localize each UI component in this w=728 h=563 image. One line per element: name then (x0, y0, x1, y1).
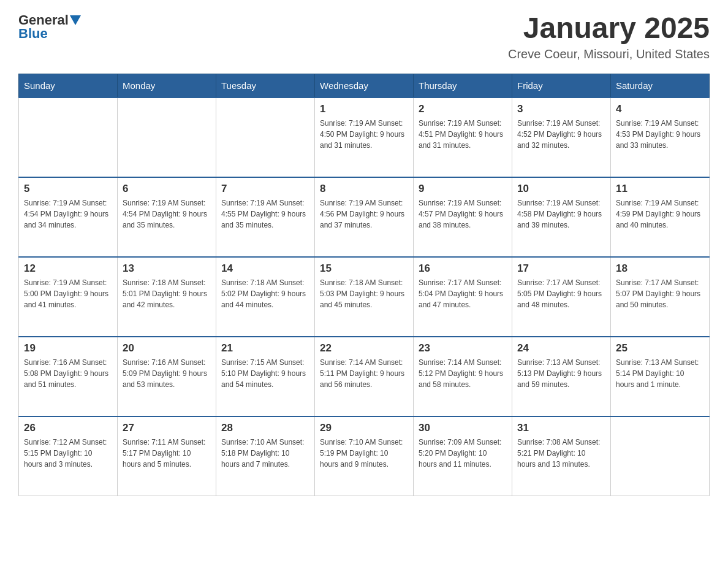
day-number: 25 (616, 342, 704, 354)
calendar-cell: 31Sunrise: 7:08 AM Sunset: 5:21 PM Dayli… (512, 416, 611, 496)
day-number: 5 (24, 183, 112, 195)
calendar-week-row: 5Sunrise: 7:19 AM Sunset: 4:54 PM Daylig… (19, 177, 710, 257)
logo: General Blue (18, 12, 81, 42)
day-info: Sunrise: 7:10 AM Sunset: 5:18 PM Dayligh… (221, 437, 309, 470)
calendar-cell: 17Sunrise: 7:17 AM Sunset: 5:05 PM Dayli… (512, 257, 611, 337)
day-info: Sunrise: 7:18 AM Sunset: 5:02 PM Dayligh… (221, 277, 309, 310)
calendar-week-row: 26Sunrise: 7:12 AM Sunset: 5:15 PM Dayli… (19, 416, 710, 496)
day-number: 24 (517, 342, 605, 354)
calendar-cell: 9Sunrise: 7:19 AM Sunset: 4:57 PM Daylig… (414, 177, 512, 257)
calendar-header-thursday: Thursday (414, 74, 512, 98)
day-number: 14 (221, 262, 309, 275)
calendar-header-sunday: Sunday (19, 74, 118, 98)
day-info: Sunrise: 7:14 AM Sunset: 5:11 PM Dayligh… (320, 357, 408, 390)
calendar-header-wednesday: Wednesday (315, 74, 414, 98)
calendar-cell: 27Sunrise: 7:11 AM Sunset: 5:17 PM Dayli… (118, 416, 216, 496)
calendar-week-row: 1Sunrise: 7:19 AM Sunset: 4:50 PM Daylig… (19, 98, 710, 177)
calendar-cell: 15Sunrise: 7:18 AM Sunset: 5:03 PM Dayli… (315, 257, 414, 337)
day-number: 2 (419, 103, 507, 115)
logo-arrow-icon (70, 15, 81, 26)
calendar-cell: 6Sunrise: 7:19 AM Sunset: 4:54 PM Daylig… (118, 177, 216, 257)
calendar-week-row: 12Sunrise: 7:19 AM Sunset: 5:00 PM Dayli… (19, 257, 710, 337)
day-number: 19 (24, 342, 112, 354)
day-info: Sunrise: 7:17 AM Sunset: 5:07 PM Dayligh… (616, 277, 704, 310)
day-number: 23 (419, 342, 507, 354)
day-info: Sunrise: 7:08 AM Sunset: 5:21 PM Dayligh… (517, 437, 605, 470)
calendar-cell: 25Sunrise: 7:13 AM Sunset: 5:14 PM Dayli… (611, 337, 710, 416)
calendar-cell: 19Sunrise: 7:16 AM Sunset: 5:08 PM Dayli… (19, 337, 118, 416)
day-info: Sunrise: 7:19 AM Sunset: 4:51 PM Dayligh… (419, 118, 507, 151)
title-section: January 2025 Creve Coeur, Missouri, Unit… (508, 12, 710, 61)
day-number: 29 (320, 422, 408, 434)
day-number: 7 (221, 183, 309, 195)
day-info: Sunrise: 7:19 AM Sunset: 4:58 PM Dayligh… (517, 197, 605, 231)
calendar-cell: 18Sunrise: 7:17 AM Sunset: 5:07 PM Dayli… (611, 257, 710, 337)
day-info: Sunrise: 7:19 AM Sunset: 5:00 PM Dayligh… (24, 277, 112, 310)
day-number: 9 (419, 183, 507, 195)
day-info: Sunrise: 7:13 AM Sunset: 5:13 PM Dayligh… (517, 357, 605, 390)
logo-blue: Blue (18, 26, 48, 42)
day-info: Sunrise: 7:19 AM Sunset: 4:54 PM Dayligh… (123, 197, 211, 231)
day-number: 8 (320, 183, 408, 195)
day-info: Sunrise: 7:14 AM Sunset: 5:12 PM Dayligh… (419, 357, 507, 390)
calendar-header-saturday: Saturday (611, 74, 710, 98)
calendar-cell: 26Sunrise: 7:12 AM Sunset: 5:15 PM Dayli… (19, 416, 118, 496)
day-number: 28 (221, 422, 309, 434)
calendar-cell: 16Sunrise: 7:17 AM Sunset: 5:04 PM Dayli… (414, 257, 512, 337)
calendar-cell (118, 98, 216, 177)
day-info: Sunrise: 7:19 AM Sunset: 4:59 PM Dayligh… (616, 197, 704, 231)
calendar-cell: 10Sunrise: 7:19 AM Sunset: 4:58 PM Dayli… (512, 177, 611, 257)
calendar-cell: 29Sunrise: 7:10 AM Sunset: 5:19 PM Dayli… (315, 416, 414, 496)
day-info: Sunrise: 7:19 AM Sunset: 4:55 PM Dayligh… (221, 197, 309, 231)
calendar-cell: 5Sunrise: 7:19 AM Sunset: 4:54 PM Daylig… (19, 177, 118, 257)
day-info: Sunrise: 7:16 AM Sunset: 5:08 PM Dayligh… (24, 357, 112, 390)
day-number: 21 (221, 342, 309, 354)
calendar-cell: 21Sunrise: 7:15 AM Sunset: 5:10 PM Dayli… (216, 337, 315, 416)
svg-marker-0 (70, 15, 81, 25)
day-info: Sunrise: 7:19 AM Sunset: 4:52 PM Dayligh… (517, 118, 605, 151)
calendar-cell: 12Sunrise: 7:19 AM Sunset: 5:00 PM Dayli… (19, 257, 118, 337)
day-info: Sunrise: 7:19 AM Sunset: 4:56 PM Dayligh… (320, 197, 408, 231)
calendar-cell: 8Sunrise: 7:19 AM Sunset: 4:56 PM Daylig… (315, 177, 414, 257)
day-info: Sunrise: 7:19 AM Sunset: 4:57 PM Dayligh… (419, 197, 507, 231)
day-number: 22 (320, 342, 408, 354)
day-number: 18 (616, 262, 704, 275)
day-number: 31 (517, 422, 605, 434)
day-info: Sunrise: 7:13 AM Sunset: 5:14 PM Dayligh… (616, 357, 704, 390)
calendar-cell: 13Sunrise: 7:18 AM Sunset: 5:01 PM Dayli… (118, 257, 216, 337)
day-number: 30 (419, 422, 507, 434)
page-header: General Blue January 2025 Creve Coeur, M… (18, 12, 710, 61)
day-number: 12 (24, 262, 112, 275)
day-number: 13 (123, 262, 211, 275)
calendar-cell: 11Sunrise: 7:19 AM Sunset: 4:59 PM Dayli… (611, 177, 710, 257)
day-number: 15 (320, 262, 408, 275)
day-number: 27 (123, 422, 211, 434)
calendar-cell (216, 98, 315, 177)
day-number: 3 (517, 103, 605, 115)
calendar-cell (19, 98, 118, 177)
subtitle: Creve Coeur, Missouri, United States (508, 47, 710, 61)
calendar-header-friday: Friday (512, 74, 611, 98)
calendar-header-tuesday: Tuesday (216, 74, 315, 98)
day-info: Sunrise: 7:18 AM Sunset: 5:03 PM Dayligh… (320, 277, 408, 310)
day-number: 6 (123, 183, 211, 195)
day-info: Sunrise: 7:10 AM Sunset: 5:19 PM Dayligh… (320, 437, 408, 470)
calendar-cell: 28Sunrise: 7:10 AM Sunset: 5:18 PM Dayli… (216, 416, 315, 496)
day-info: Sunrise: 7:11 AM Sunset: 5:17 PM Dayligh… (123, 437, 211, 470)
calendar-cell: 14Sunrise: 7:18 AM Sunset: 5:02 PM Dayli… (216, 257, 315, 337)
calendar-cell: 3Sunrise: 7:19 AM Sunset: 4:52 PM Daylig… (512, 98, 611, 177)
calendar-week-row: 19Sunrise: 7:16 AM Sunset: 5:08 PM Dayli… (19, 337, 710, 416)
calendar-cell: 24Sunrise: 7:13 AM Sunset: 5:13 PM Dayli… (512, 337, 611, 416)
calendar-cell: 7Sunrise: 7:19 AM Sunset: 4:55 PM Daylig… (216, 177, 315, 257)
calendar-header-row: SundayMondayTuesdayWednesdayThursdayFrid… (19, 74, 710, 98)
calendar-cell: 1Sunrise: 7:19 AM Sunset: 4:50 PM Daylig… (315, 98, 414, 177)
calendar-cell: 2Sunrise: 7:19 AM Sunset: 4:51 PM Daylig… (414, 98, 512, 177)
calendar-header-monday: Monday (118, 74, 216, 98)
calendar-cell: 23Sunrise: 7:14 AM Sunset: 5:12 PM Dayli… (414, 337, 512, 416)
day-info: Sunrise: 7:19 AM Sunset: 4:50 PM Dayligh… (320, 118, 408, 151)
calendar-cell (611, 416, 710, 496)
day-info: Sunrise: 7:19 AM Sunset: 4:54 PM Dayligh… (24, 197, 112, 231)
day-info: Sunrise: 7:17 AM Sunset: 5:04 PM Dayligh… (419, 277, 507, 310)
day-info: Sunrise: 7:16 AM Sunset: 5:09 PM Dayligh… (123, 357, 211, 390)
calendar-cell: 20Sunrise: 7:16 AM Sunset: 5:09 PM Dayli… (118, 337, 216, 416)
